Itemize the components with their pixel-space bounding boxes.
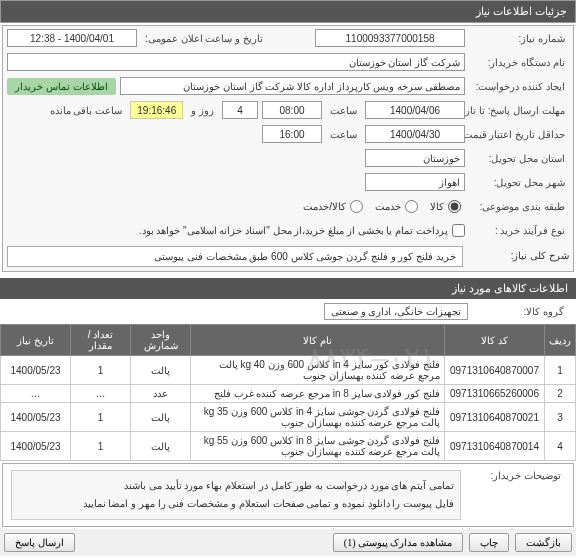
cell-unit: پالت: [131, 432, 191, 461]
radio-service[interactable]: [405, 200, 418, 213]
cell-idx: 1: [545, 356, 576, 385]
cell-name: فلنج فولادی کور سایز 4 in کلاس 600 وزن 4…: [191, 356, 445, 385]
cell-name: فلنج فولادی گردن جوشی سایز 8 in کلاس 600…: [191, 432, 445, 461]
budget-label: طبقه بندی موضوعی:: [469, 201, 569, 212]
table-row[interactable]: 10971310640870007فلنج فولادی کور سایز 4 …: [1, 356, 576, 385]
creator-label: ایجاد کننده درخواست:: [469, 81, 569, 92]
cell-date: 1400/05/23: [1, 356, 71, 385]
cell-idx: 2: [545, 385, 576, 403]
cell-idx: 3: [545, 403, 576, 432]
cell-unit: پالت: [131, 356, 191, 385]
summary-label: شرح کلی نیاز:: [469, 246, 569, 267]
cell-qty: 1: [71, 432, 131, 461]
buyer-note-content: تمامی آیتم های مورد درخواست به طور کامل …: [11, 470, 461, 520]
table-row[interactable]: 30971310640870021فلنج فولادی گردن جوشی س…: [1, 403, 576, 432]
main-form: شماره نیاز: 1100093377000158 تاریخ و ساع…: [2, 25, 574, 272]
th-qty: تعداد / مقدار: [71, 325, 131, 356]
buyer-note-line1: تمامی آیتم های مورد درخواست به طور کامل …: [18, 477, 454, 495]
org-value: شرکت گاز استان خوزستان: [7, 53, 465, 71]
cell-code: 0971310640870021: [445, 403, 545, 432]
cell-code: 0971310640870007: [445, 356, 545, 385]
cell-date: 1400/05/23: [1, 403, 71, 432]
radio-goods[interactable]: [448, 200, 461, 213]
process-checkbox[interactable]: [452, 224, 465, 237]
radio-both[interactable]: [350, 200, 363, 213]
group-value: تجهیزات خانگی، اداری و صنعتی: [324, 303, 468, 320]
validity-time-label: ساعت: [326, 129, 361, 140]
th-code: کد کالا: [445, 325, 545, 356]
cell-qty: …: [71, 385, 131, 403]
th-unit: واحد شمارش: [131, 325, 191, 356]
table-row[interactable]: 40971310640870014فلنج فولادی گردن جوشی س…: [1, 432, 576, 461]
group-row: گروه کالا: تجهیزات خانگی، اداری و صنعتی: [0, 299, 576, 324]
cell-date: 1400/05/23: [1, 432, 71, 461]
buyer-note-label: توضیحات خریدار:: [465, 470, 565, 481]
cell-name: فلنج فولادی گردن جوشی سایز 4 in کلاس 600…: [191, 403, 445, 432]
process-check[interactable]: پرداخت تمام یا بخشی از مبلغ خرید،از محل …: [139, 224, 465, 237]
deadline-label: مهلت ارسال پاسخ: تا تاریخ:: [469, 105, 569, 116]
budget-opt-service[interactable]: خدمت: [375, 200, 418, 213]
org-label: نام دستگاه خریدار:: [469, 57, 569, 68]
cell-idx: 4: [545, 432, 576, 461]
buyer-note-box: توضیحات خریدار: تمامی آیتم های مورد درخو…: [2, 463, 574, 527]
deadline-time: 08:00: [262, 101, 322, 119]
creator-value: مصطفی سرخه ویس کارپرداز اداره کالا شرکت …: [120, 77, 465, 95]
budget-opt-goods[interactable]: کالا: [430, 200, 461, 213]
announce-label: تاریخ و ساعت اعلان عمومی:: [141, 33, 267, 44]
deadline-date: 1400/04/06: [365, 101, 465, 119]
cell-qty: 1: [71, 403, 131, 432]
summary-value: خرید فلنج کور و فلنج گردن جوشی کلاس 600 …: [7, 246, 463, 267]
footer-row: بازگشت چاپ مشاهده مدارک پیوستی (1) ارسال…: [0, 529, 576, 556]
budget-radios: کالا خدمت کالا/خدمت: [303, 200, 465, 213]
cell-code: 0971310640870014: [445, 432, 545, 461]
need-no-value: 1100093377000158: [315, 29, 465, 47]
th-idx: ردیف: [545, 325, 576, 356]
back-button[interactable]: بازگشت: [515, 533, 572, 552]
cell-code: 0971310665260006: [445, 385, 545, 403]
process-label: نوع فرآیند خرید :: [469, 225, 569, 236]
remain-days: 4: [222, 101, 258, 119]
print-button[interactable]: چاپ: [469, 533, 509, 552]
attachments-button[interactable]: مشاهده مدارک پیوستی (1): [333, 533, 463, 552]
group-label: گروه کالا:: [476, 306, 568, 317]
budget-opt-both[interactable]: کالا/خدمت: [303, 200, 363, 213]
validity-time: 16:00: [262, 125, 322, 143]
province-value: خوزستان: [365, 149, 465, 167]
cell-unit: پالت: [131, 403, 191, 432]
contact-button[interactable]: اطلاعات تماس خریدار: [7, 78, 116, 95]
items-table: ردیف کد کالا نام کالا واحد شمارش تعداد /…: [0, 324, 576, 461]
buyer-note-line2: فایل پیوست را دانلود نموده و تمامی صفحات…: [18, 495, 454, 513]
cell-qty: 1: [71, 356, 131, 385]
announce-value: 1400/04/01 - 12:38: [7, 29, 137, 47]
table-row[interactable]: 20971310665260006فلنج کور فولادی سایز 8 …: [1, 385, 576, 403]
city-value: اهواز: [365, 173, 465, 191]
cell-name: فلنج کور فولادی سایز 8 in مرجع عرضه کنند…: [191, 385, 445, 403]
validity-label: حداقل تاریخ اعتبار قیمت: تا تاریخ:: [469, 129, 569, 140]
deadline-time-label: ساعت: [326, 105, 361, 116]
page-header: جزئیات اطلاعات نیاز: [0, 0, 576, 23]
th-date: تاریخ نیاز: [1, 325, 71, 356]
remain-suffix: ساعت باقی مانده: [46, 105, 127, 116]
reply-button[interactable]: ارسال پاسخ: [4, 533, 75, 552]
th-name: نام کالا: [191, 325, 445, 356]
need-no-label: شماره نیاز:: [469, 33, 569, 44]
items-section-title: اطلاعات کالاهای مورد نیاز: [0, 278, 576, 299]
header-title: جزئیات اطلاعات نیاز: [476, 5, 567, 17]
remain-time: 19:16:46: [130, 101, 183, 119]
cell-unit: عدد: [131, 385, 191, 403]
cell-date: …: [1, 385, 71, 403]
province-label: استان محل تحویل:: [469, 153, 569, 164]
remain-days-label: روز و: [187, 105, 218, 116]
city-label: شهر محل تحویل:: [469, 177, 569, 188]
table-header-row: ردیف کد کالا نام کالا واحد شمارش تعداد /…: [1, 325, 576, 356]
validity-date: 1400/04/30: [365, 125, 465, 143]
